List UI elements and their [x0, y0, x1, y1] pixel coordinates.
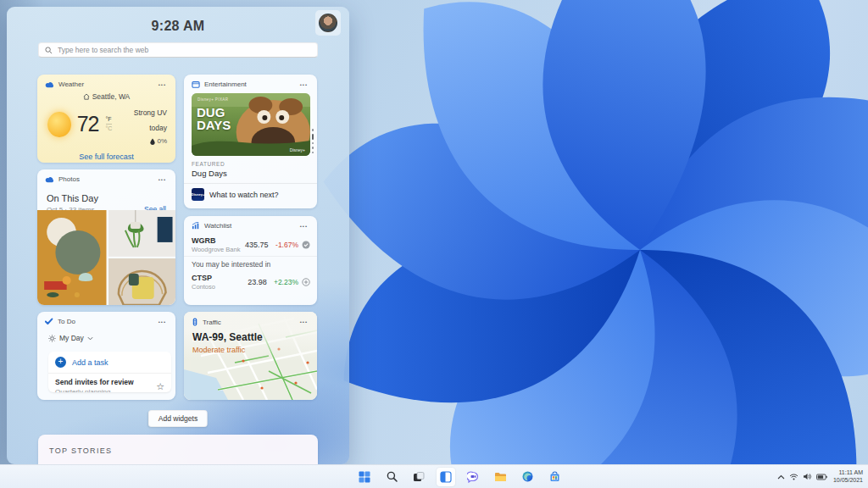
- add-widgets-button[interactable]: Add widgets: [148, 410, 208, 427]
- windows-logo-icon: [359, 471, 370, 483]
- wifi-icon[interactable]: [789, 474, 798, 480]
- stock-price: 23.98: [248, 278, 267, 286]
- more-options-button[interactable]: •••: [298, 223, 310, 230]
- weather-icon: [45, 81, 54, 88]
- weather-precip: 0%: [157, 137, 167, 145]
- stock-change: +2.23%: [271, 278, 298, 286]
- stock-ticker: CTSP: [192, 274, 248, 282]
- added-check-button[interactable]: [302, 241, 310, 249]
- start-button[interactable]: [355, 468, 374, 486]
- store-button[interactable]: [545, 468, 564, 486]
- profile-button[interactable]: [315, 10, 341, 36]
- photos-widget[interactable]: Photos ••• On This Day Oct 5 · 33 items …: [37, 169, 175, 305]
- tray-chevron-up-icon[interactable]: [777, 474, 785, 480]
- poster-provider: Disney+: [290, 147, 305, 152]
- edge-button[interactable]: [518, 468, 537, 486]
- featured-poster[interactable]: Disney+ PIXAR DUG DAYS Disney+: [192, 93, 310, 156]
- task-item[interactable]: Send invites for review Quarterly planni…: [48, 374, 171, 392]
- widget-title: Photos: [58, 175, 152, 183]
- tray-clock[interactable]: 11:11 AM 10/05/2021: [833, 469, 863, 484]
- entertainment-widget[interactable]: Entertainment •••: [184, 75, 317, 208]
- watchlist-widget[interactable]: Watchlist ••• WGRB Woodgrove Bank 435.75…: [184, 216, 317, 305]
- photo-wicker-chair[interactable]: [108, 258, 176, 305]
- more-options-button[interactable]: •••: [156, 81, 169, 88]
- watch-next-row[interactable]: Disney+ What to watch next?: [184, 184, 317, 205]
- stock-ticker: WGRB: [192, 236, 245, 245]
- entertainment-icon: [192, 80, 200, 88]
- todo-widget[interactable]: To Do ••• My Day + Add a task: [37, 312, 175, 400]
- task-view-button[interactable]: [409, 468, 428, 486]
- panel-clock: 9:28 AM: [7, 19, 349, 34]
- stock-row[interactable]: CTSP Contoso 23.98 +2.23%: [184, 270, 317, 293]
- widgets-icon: [440, 471, 452, 483]
- poster-title-line2: DAYS: [197, 119, 231, 131]
- more-options-button[interactable]: •••: [156, 176, 169, 183]
- add-stock-button[interactable]: [302, 278, 310, 286]
- web-search-bar[interactable]: [38, 42, 318, 58]
- taskbar-search-button[interactable]: [382, 468, 401, 486]
- stock-company: Woodgrove Bank: [192, 246, 245, 253]
- top-stories-card[interactable]: TOP STORIES: [38, 435, 318, 464]
- cloud-photos-icon: [45, 176, 54, 183]
- featured-title[interactable]: Dug Days: [184, 169, 317, 178]
- edge-icon: [522, 471, 533, 482]
- carousel-dots[interactable]: [312, 129, 314, 153]
- add-task-button[interactable]: + Add a task: [48, 352, 171, 374]
- weather-condition: Strong UV today: [134, 108, 167, 132]
- todo-list-card: + Add a task Send invites for review Qua…: [48, 352, 171, 392]
- chevron-down-icon: [87, 336, 93, 341]
- todo-icon: [45, 318, 53, 325]
- more-options-button[interactable]: •••: [298, 319, 310, 325]
- my-day-selector[interactable]: My Day: [37, 329, 175, 342]
- weather-location: Seattle, WA: [92, 92, 131, 101]
- more-options-button[interactable]: •••: [298, 81, 310, 88]
- home-icon: [83, 93, 90, 100]
- stock-price: 435.75: [245, 241, 269, 249]
- see-full-forecast-link[interactable]: See full forecast: [37, 152, 175, 161]
- widget-title: Weather: [58, 80, 152, 88]
- photo-still-life[interactable]: [37, 210, 107, 305]
- unit-fahrenheit[interactable]: °F: [106, 116, 113, 125]
- desktop: 9:28 AM Weather •••: [0, 0, 868, 488]
- file-explorer-button[interactable]: [491, 468, 509, 486]
- file-explorer-icon: [494, 472, 506, 482]
- traffic-status: Moderate traffic: [184, 343, 317, 354]
- on-this-day-heading: On This Day: [37, 186, 175, 203]
- search-icon: [45, 47, 53, 54]
- watchlist-icon: [192, 222, 200, 230]
- task-subtitle: Quarterly planning: [55, 388, 156, 392]
- store-icon: [549, 471, 560, 482]
- star-icon[interactable]: ☆: [156, 381, 164, 392]
- widgets-button[interactable]: [437, 468, 455, 486]
- chat-button[interactable]: [464, 468, 482, 486]
- traffic-widget[interactable]: Traffic ••• WA-99, Seattle Moderate traf…: [184, 312, 317, 400]
- tray-time: 11:11 AM: [833, 469, 863, 477]
- widget-title: Traffic: [203, 319, 293, 326]
- traffic-icon: [192, 318, 198, 326]
- widget-title: To Do: [58, 318, 152, 325]
- add-task-label: Add a task: [72, 358, 108, 367]
- search-icon: [387, 471, 398, 482]
- weather-widget[interactable]: Weather ••• Seattle, WA 72 °F °C Strong …: [37, 75, 175, 163]
- photo-hanging-plant[interactable]: [108, 210, 176, 257]
- weather-temp: 72: [77, 112, 99, 136]
- battery-icon[interactable]: [816, 474, 827, 480]
- featured-label: FEATURED: [184, 156, 317, 169]
- search-input[interactable]: [58, 46, 311, 54]
- volume-icon[interactable]: [803, 473, 812, 480]
- interested-label: You may be interested in: [184, 256, 317, 270]
- more-options-button[interactable]: •••: [156, 319, 169, 325]
- widgets-panel: 9:28 AM Weather •••: [7, 7, 349, 464]
- plus-icon: +: [55, 357, 66, 368]
- chat-icon: [467, 471, 479, 483]
- task-view-icon: [413, 471, 425, 483]
- top-stories-label: TOP STORIES: [49, 446, 112, 455]
- photo-collage[interactable]: [37, 210, 175, 305]
- sun-small-icon: [48, 335, 56, 342]
- widget-title: Watchlist: [204, 222, 293, 230]
- droplet-icon: [150, 138, 155, 145]
- widget-title: Entertainment: [204, 80, 293, 88]
- stock-row[interactable]: WGRB Woodgrove Bank 435.75 -1.67%: [184, 233, 317, 256]
- unit-celsius[interactable]: °C: [106, 125, 113, 132]
- task-title: Send invites for review: [55, 378, 156, 386]
